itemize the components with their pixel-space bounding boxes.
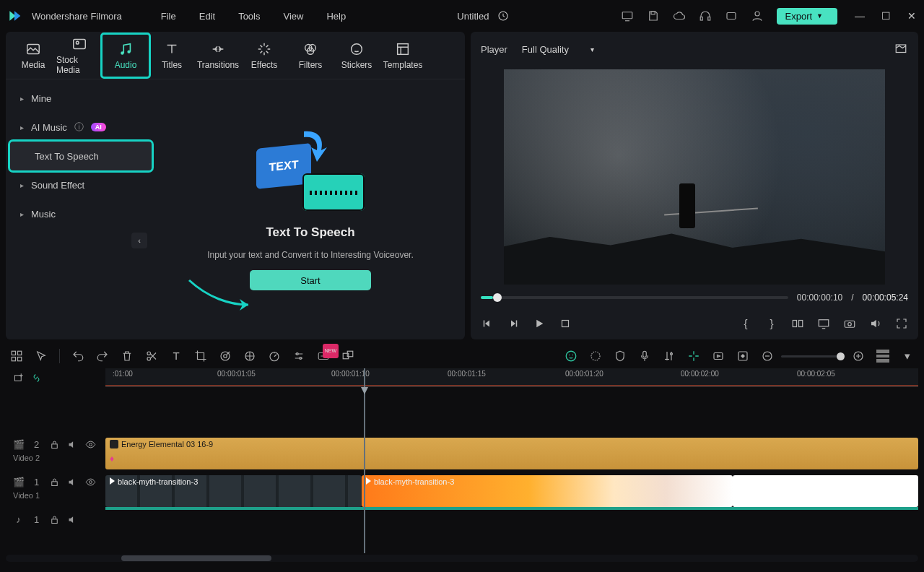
tab-stickers[interactable]: Stickers bbox=[334, 35, 380, 77]
redo-button[interactable] bbox=[96, 350, 109, 363]
prev-frame-button[interactable] bbox=[481, 317, 494, 330]
fullscreen-button[interactable] bbox=[895, 317, 908, 330]
sidebar-item-text-to-speech[interactable]: Text To Speech bbox=[10, 142, 152, 170]
video2-lock-icon[interactable] bbox=[49, 439, 60, 450]
render-icon[interactable] bbox=[712, 350, 725, 363]
enhance-icon[interactable] bbox=[589, 350, 602, 363]
audio1-mute-icon[interactable] bbox=[67, 514, 78, 525]
timeline-ruler[interactable]: :01:00 00:00:01:05 00:00:01:10 00:00:01:… bbox=[105, 368, 918, 387]
delete-button[interactable] bbox=[121, 350, 134, 363]
tab-titles[interactable]: Titles bbox=[149, 35, 195, 77]
svg-rect-52 bbox=[52, 443, 58, 448]
window-minimize-button[interactable]: — bbox=[855, 10, 865, 22]
snap-icon[interactable] bbox=[687, 350, 700, 363]
audio1-lock-icon[interactable] bbox=[49, 514, 60, 525]
add-track-icon[interactable] bbox=[13, 373, 24, 384]
account-icon[interactable] bbox=[751, 9, 764, 22]
play-button[interactable] bbox=[533, 317, 546, 330]
video1-lock-icon[interactable] bbox=[49, 477, 60, 488]
mark-in-button[interactable]: { bbox=[739, 317, 752, 330]
group-icon[interactable] bbox=[341, 350, 354, 363]
zoom-in-button[interactable] bbox=[852, 350, 865, 363]
ai-face-icon[interactable] bbox=[565, 350, 578, 363]
quality-dropdown[interactable]: Full Quality▾ bbox=[522, 44, 594, 55]
notifications-icon[interactable] bbox=[725, 9, 738, 22]
track-video1[interactable]: black-myth-transition-3 black-myth-trans… bbox=[105, 472, 918, 510]
tab-media[interactable]: Media bbox=[10, 35, 56, 77]
sidebar-item-sound-effect[interactable]: ▸Sound Effect bbox=[10, 170, 152, 199]
volume-button[interactable] bbox=[869, 317, 882, 330]
player-tab[interactable]: Player bbox=[481, 44, 507, 55]
svg-rect-3 bbox=[700, 17, 702, 21]
playhead-slider[interactable] bbox=[481, 296, 788, 299]
video1-mute-icon[interactable] bbox=[67, 477, 78, 488]
menu-tools[interactable]: Tools bbox=[238, 11, 260, 22]
device-icon[interactable] bbox=[621, 9, 634, 22]
menu-view[interactable]: View bbox=[283, 11, 303, 22]
undo-button[interactable] bbox=[71, 350, 84, 363]
track-audio1[interactable] bbox=[105, 510, 918, 529]
track-view-toggle[interactable] bbox=[876, 350, 889, 363]
tab-transitions[interactable]: Transitions bbox=[195, 35, 241, 77]
sidebar-collapse-button[interactable]: ‹ bbox=[131, 233, 147, 248]
tts-start-button[interactable]: Start bbox=[250, 270, 371, 290]
timeline-scrollbar[interactable] bbox=[6, 555, 918, 562]
link-icon[interactable] bbox=[31, 373, 42, 384]
color-panel-icon[interactable] bbox=[243, 350, 256, 363]
speed-ramp-icon[interactable] bbox=[268, 350, 281, 363]
subtitle-tool-icon[interactable] bbox=[317, 350, 330, 363]
export-button[interactable]: Export▼ bbox=[777, 8, 838, 25]
tab-stock-media[interactable]: Stock Media bbox=[56, 35, 103, 77]
clip-black-myth-tail[interactable] bbox=[733, 475, 918, 507]
snapshot-button[interactable] bbox=[843, 317, 856, 330]
cloud-icon[interactable] bbox=[673, 9, 686, 22]
select-tool-icon[interactable] bbox=[35, 350, 48, 363]
clip-black-myth-a[interactable]: black-myth-transition-3 bbox=[105, 475, 362, 507]
audio-mixer-icon[interactable] bbox=[663, 350, 676, 363]
track-video2[interactable]: Energy Elemental 03 16-9 ♦ bbox=[105, 435, 918, 472]
timeline-playhead[interactable] bbox=[364, 368, 365, 553]
marker-shield-icon[interactable] bbox=[614, 350, 627, 363]
stop-button[interactable] bbox=[559, 317, 572, 330]
sidebar-item-music[interactable]: ▸Music bbox=[10, 199, 152, 228]
clip-black-myth-b[interactable]: black-myth-transition-3 bbox=[362, 475, 733, 507]
display-icon[interactable] bbox=[817, 317, 830, 330]
menu-help[interactable]: Help bbox=[326, 11, 346, 22]
speed-circle-icon[interactable] bbox=[219, 350, 232, 363]
adjust-icon[interactable] bbox=[292, 350, 305, 363]
tab-templates[interactable]: Templates bbox=[380, 35, 426, 77]
window-close-button[interactable]: ✕ bbox=[907, 10, 917, 22]
svg-rect-19 bbox=[516, 321, 518, 327]
svg-point-42 bbox=[569, 355, 570, 356]
text-tool-icon[interactable]: T bbox=[170, 350, 183, 363]
clip-energy-elemental[interactable]: Energy Elemental 03 16-9 ♦ bbox=[105, 438, 918, 469]
save-icon[interactable] bbox=[647, 9, 660, 22]
svg-rect-45 bbox=[643, 351, 647, 357]
window-maximize-button[interactable]: ☐ bbox=[881, 10, 891, 22]
video1-visible-icon[interactable] bbox=[85, 477, 96, 488]
menu-file[interactable]: File bbox=[161, 11, 176, 22]
zoom-slider[interactable] bbox=[781, 355, 845, 358]
keyframe-icon[interactable] bbox=[736, 350, 749, 363]
video2-mute-icon[interactable] bbox=[67, 439, 78, 450]
compare-icon[interactable] bbox=[791, 317, 804, 330]
split-button[interactable] bbox=[145, 350, 158, 363]
sidebar-item-mine[interactable]: ▸Mine bbox=[10, 84, 152, 113]
voiceover-mic-icon[interactable] bbox=[638, 350, 651, 363]
crop-button[interactable] bbox=[194, 350, 207, 363]
video-preview[interactable] bbox=[471, 66, 918, 287]
video2-visible-icon[interactable] bbox=[85, 439, 96, 450]
sidebar-item-ai-music[interactable]: ▸AI MusicⓘAI bbox=[10, 113, 152, 142]
tab-effects[interactable]: Effects bbox=[241, 35, 287, 77]
track-view-menu[interactable]: ▾ bbox=[901, 350, 914, 363]
zoom-out-button[interactable] bbox=[761, 350, 774, 363]
mark-out-button[interactable]: } bbox=[765, 317, 778, 330]
headphones-icon[interactable] bbox=[699, 9, 712, 22]
layout-icon[interactable] bbox=[10, 350, 23, 363]
tab-filters[interactable]: Filters bbox=[287, 35, 334, 77]
next-frame-button[interactable] bbox=[507, 317, 520, 330]
tab-audio[interactable]: Audio bbox=[103, 35, 149, 77]
snapshot-grid-icon[interactable] bbox=[894, 43, 908, 56]
menu-edit[interactable]: Edit bbox=[199, 11, 215, 22]
history-icon[interactable] bbox=[497, 10, 509, 22]
